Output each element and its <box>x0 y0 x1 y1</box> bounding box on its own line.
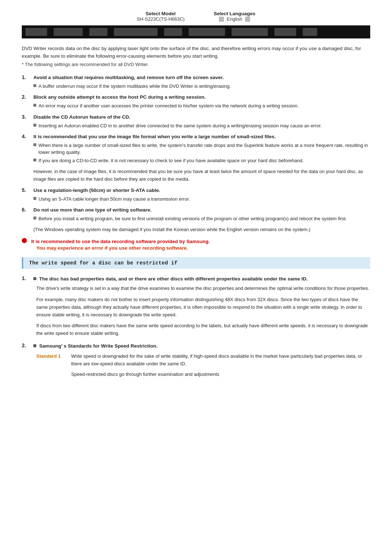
lang-arrow-left-icon[interactable] <box>219 17 224 22</box>
header-row: Select Model SH-S223C(TS-H663C) Select L… <box>22 11 370 22</box>
nav-item-7[interactable] <box>232 28 268 36</box>
rec-line2-row: You may experience an error if you use o… <box>29 245 370 251</box>
section-5-heading: 5. Use a regulation-length (50cm) or sho… <box>22 187 370 194</box>
nav-item-9[interactable] <box>303 28 317 36</box>
rec-line1-row: It is recommended to use the data record… <box>22 238 370 245</box>
nav-item-3[interactable] <box>89 28 107 36</box>
language-value: English <box>227 16 242 22</box>
num2-bullet-icon-2 <box>33 344 36 347</box>
section2-2-heading: 2. Samsung’ s Standards for Write Speed … <box>22 342 370 350</box>
section-banner: The write speed for a disc can be restri… <box>22 257 370 269</box>
section2-2-number: 2. <box>22 342 30 348</box>
bullet-icon <box>33 159 36 161</box>
section-3-heading: 3. Disable the CD Autorun feature of the… <box>22 114 370 121</box>
section-6-sub: (The Windows operating system may be dam… <box>33 226 370 233</box>
select-model-label: Select Model <box>146 11 176 16</box>
nav-item-8[interactable] <box>274 28 296 36</box>
bullet-icon <box>33 104 36 107</box>
section2-1-title: The disc has bad properties data, and or… <box>39 275 308 283</box>
section-1-title: Avoid a situation that requires multitas… <box>33 74 224 81</box>
language-row: English <box>219 16 250 22</box>
bullet-text: Before you install a writing program, be… <box>38 215 347 222</box>
section-4: 4. It is recommended that you use the im… <box>22 134 370 183</box>
section-2-title: Block any outside attempt to access the … <box>33 94 206 101</box>
lang-arrow-right-icon[interactable] <box>245 17 250 22</box>
intro-paragraph2: * The following settings are recommended… <box>22 62 370 67</box>
section-1-bullet-1: A buffer underrun may occur if the syste… <box>33 83 370 90</box>
section-5-bullet-1: Using an S-ATA cable longer than 50cm ma… <box>33 196 370 203</box>
section-4-title: It is recommended that you use the image… <box>33 134 276 140</box>
standard-text2-block: Speed-restricted discs go through furthe… <box>71 371 370 378</box>
intro-paragraph1: DVD Writer records data on the disc by a… <box>22 45 370 60</box>
section2-1-para1: The drive's write strategy is set in a w… <box>36 285 370 292</box>
section-3-title: Disable the CD Autorun feature of the CD… <box>33 114 130 121</box>
rec-dot-icon <box>22 238 27 243</box>
section-4-number: 4. <box>22 134 32 139</box>
nav-item-5[interactable] <box>164 28 182 36</box>
select-languages-col: Select Languages English <box>214 11 256 22</box>
section2-1-para3: If discs from two different disc makers … <box>36 322 370 337</box>
section-2-bullet-1: An error may occur if another user acces… <box>33 102 370 110</box>
model-value: SH-S223C(TS-H663C) <box>137 16 185 22</box>
standard-text2: Speed-restricted discs go through furthe… <box>71 371 370 378</box>
section2-2-title: Samsung’ s Standards for Write Speed Res… <box>39 342 158 350</box>
section2-1: 1. The disc has bad properties data, and… <box>22 275 370 337</box>
standard-text-block: Write speed is downgraded for the sake o… <box>71 353 370 368</box>
section-4-bullet-1: When there is a large number of small-si… <box>33 142 370 156</box>
nav-bar <box>22 25 370 38</box>
bullet-text: When there is a large number of small-si… <box>38 142 370 156</box>
bullet-icon <box>33 217 36 219</box>
section2-2: 2. Samsung’ s Standards for Write Speed … <box>22 342 370 378</box>
bullet-icon <box>33 84 36 87</box>
section2-1-heading: 1. The disc has bad properties data, and… <box>22 275 370 283</box>
bullet-icon <box>33 197 36 200</box>
bullet-text: Using an S-ATA cable longer than 50cm ma… <box>38 196 190 203</box>
section-6: 6. Do not use more than one type of writ… <box>22 207 370 234</box>
bullet-text: If you are doing a CD-to-CD write, it is… <box>38 157 304 164</box>
bullet-text: A buffer underrun may occur if the syste… <box>38 83 231 90</box>
nav-item-2[interactable] <box>54 28 83 36</box>
section-1-heading: 1. Avoid a situation that requires multi… <box>22 74 370 81</box>
section-1-number: 1. <box>22 74 32 80</box>
section-6-number: 6. <box>22 207 32 213</box>
section-6-title: Do not use more than one type of writing… <box>33 207 152 214</box>
section-5-title: Use a regulation-length (50cm) or shorte… <box>33 187 160 194</box>
banner-text: The write speed for a disc can be restri… <box>29 260 177 266</box>
section-2-heading: 2. Block any outside attempt to access t… <box>22 94 370 101</box>
section-5: 5. Use a regulation-length (50cm) or sho… <box>22 187 370 202</box>
standard-label: Standard 1 <box>36 353 65 368</box>
section-3-number: 3. <box>22 114 32 120</box>
section-5-number: 5. <box>22 187 32 193</box>
section-3: 3. Disable the CD Autorun feature of the… <box>22 114 370 129</box>
page-wrapper: Select Model SH-S223C(TS-H663C) Select L… <box>0 0 392 398</box>
nav-item-1[interactable] <box>25 28 47 36</box>
bullet-text: An error may occur if another user acces… <box>38 102 299 110</box>
section2-1-number: 1. <box>22 275 30 281</box>
section-3-bullet-1: Inserting an Autorun enabled CD in to an… <box>33 122 370 130</box>
bullet-text: Inserting an Autorun enabled CD in to an… <box>38 122 322 130</box>
section-4-sub: However, in the case of image files, it … <box>33 168 370 182</box>
section-6-heading: 6. Do not use more than one type of writ… <box>22 207 370 214</box>
section-1: 1. Avoid a situation that requires multi… <box>22 74 370 90</box>
num2-bullet-icon <box>33 277 36 280</box>
rec-line2: You may experience an error if you use o… <box>36 245 188 251</box>
rec-line1: It is recommended to use the data record… <box>31 238 210 245</box>
nav-item-6[interactable] <box>189 28 225 36</box>
nav-item-4[interactable] <box>114 28 158 36</box>
section-2: 2. Block any outside attempt to access t… <box>22 94 370 109</box>
standard-section: Standard 1 Write speed is downgraded for… <box>36 353 370 368</box>
select-model-col: Select Model SH-S223C(TS-H663C) <box>137 11 185 22</box>
section-6-bullet-1: Before you install a writing program, be… <box>33 215 370 222</box>
section-4-heading: 4. It is recommended that you use the im… <box>22 134 370 140</box>
recommendation-block: It is recommended to use the data record… <box>22 238 370 251</box>
section2-1-para2: For example, many disc makers do not bot… <box>36 296 370 319</box>
standard-text1: Write speed is downgraded for the sake o… <box>71 353 370 368</box>
bullet-icon <box>33 124 36 127</box>
select-languages-label: Select Languages <box>214 11 256 16</box>
section-4-bullet-2: If you are doing a CD-to-CD write, it is… <box>33 157 370 164</box>
bullet-icon <box>33 143 36 146</box>
section-2-number: 2. <box>22 94 32 100</box>
